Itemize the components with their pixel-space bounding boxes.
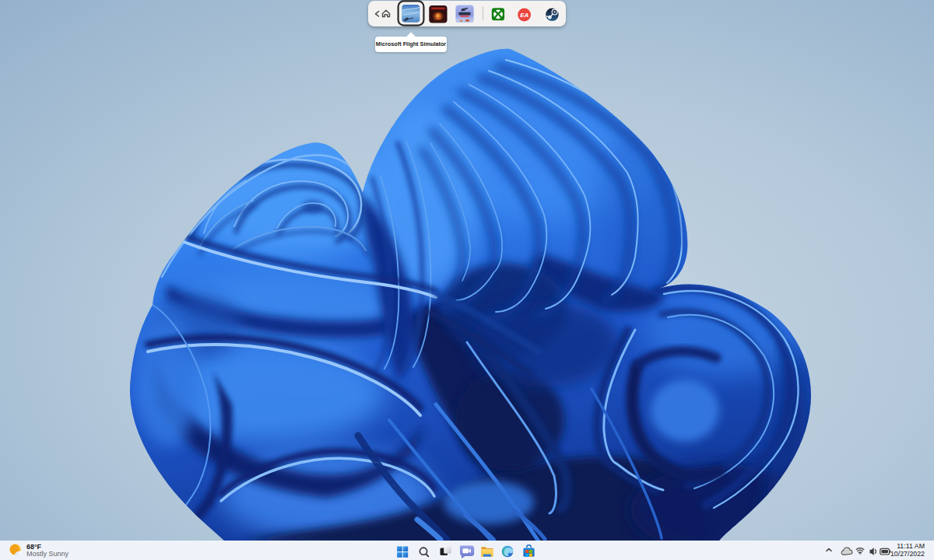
svg-text:EA: EA (520, 12, 528, 19)
